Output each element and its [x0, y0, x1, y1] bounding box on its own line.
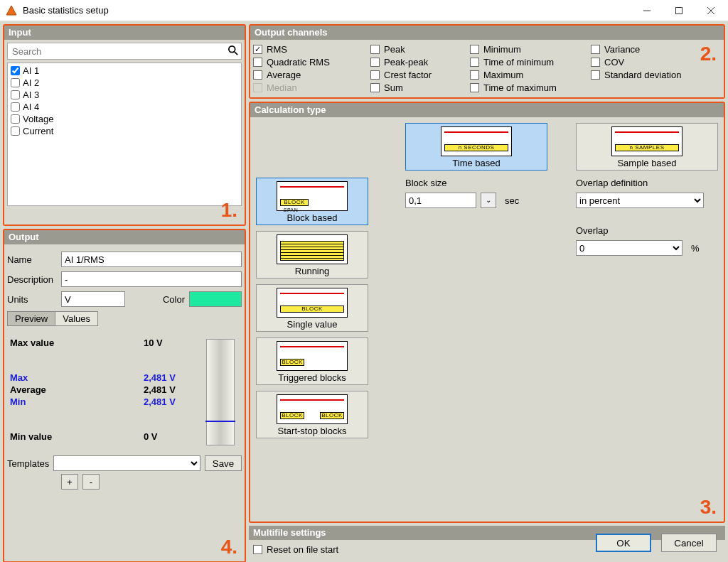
add-template-button[interactable]: + [61, 474, 78, 490]
tile-running[interactable]: Running [256, 231, 368, 279]
units-label: Units [7, 294, 57, 305]
input-item[interactable]: AI 4 [9, 101, 240, 113]
channel-checkbox[interactable]: Average [253, 70, 370, 80]
channel-checkbox[interactable]: Peak-peak [370, 57, 470, 67]
block-size-unit: sec [505, 195, 519, 206]
tile-block-based[interactable]: BLOCK SPAN Block based [256, 178, 368, 225]
channel-checkbox[interactable]: Time of minimum [470, 57, 591, 67]
channel-label: RMS [267, 44, 287, 55]
units-field[interactable] [61, 291, 125, 307]
templates-label: Templates [7, 458, 49, 469]
input-item-label: Voltage [23, 113, 53, 125]
overlap-def-select[interactable]: in percent [576, 193, 704, 208]
checkbox-icon [253, 83, 262, 92]
svg-marker-0 [6, 6, 16, 15]
callout-3: 3. [700, 496, 717, 519]
titlebar: Basic statistics setup [0, 0, 728, 21]
color-label: Color [163, 294, 185, 305]
channel-checkbox[interactable]: COV [591, 57, 724, 67]
channel-label: Variance [604, 44, 640, 55]
input-panel: Input AI 1AI 2AI 3AI 4VoltageCurrent 1. [3, 24, 246, 226]
input-item-label: AI 4 [23, 101, 39, 113]
svg-rect-2 [675, 7, 682, 13]
max-val: 2,481 V [144, 372, 198, 383]
input-item[interactable]: Current [9, 125, 240, 137]
input-item-checkbox[interactable] [11, 126, 20, 136]
input-item-label: AI 3 [23, 89, 39, 101]
calculation-type-header: Calculation type [250, 103, 724, 117]
checkbox-icon [370, 70, 380, 80]
output-header: Output [4, 230, 245, 244]
checkbox-icon: ✓ [253, 45, 262, 54]
name-field[interactable] [61, 252, 242, 267]
max-value-label: Max value [10, 337, 144, 348]
output-channels-header: Output channels [250, 26, 724, 40]
tile-single-value[interactable]: BLOCK Single value [256, 284, 368, 332]
channel-checkbox[interactable]: ✓RMS [253, 44, 370, 55]
channel-checkbox[interactable]: Standard deviation [591, 70, 724, 80]
channel-checkbox[interactable]: Minimum [470, 44, 591, 55]
checkbox-icon [253, 70, 262, 80]
input-item-checkbox[interactable] [11, 78, 20, 87]
checkbox-icon [470, 45, 479, 54]
min-val: 2,481 V [144, 396, 198, 407]
block-size-label: Block size [405, 178, 555, 188]
close-button[interactable] [695, 0, 727, 21]
maximize-button[interactable] [663, 0, 695, 21]
checkbox-icon [370, 45, 380, 54]
checkbox-icon [370, 58, 380, 67]
channel-checkbox[interactable]: Time of maximum [470, 82, 591, 93]
channel-checkbox[interactable]: Variance [591, 44, 724, 55]
tile-sample-based[interactable]: n SAMPLES Sample based [576, 123, 718, 171]
input-header: Input [4, 26, 245, 40]
checkbox-icon [470, 58, 479, 67]
remove-template-button[interactable]: - [82, 474, 100, 490]
channel-label: Sum [384, 82, 403, 93]
block-size-field[interactable] [405, 193, 476, 208]
channel-checkbox[interactable]: Quadratic RMS [253, 57, 370, 67]
tile-time-based[interactable]: n SECONDS Time based [405, 123, 547, 171]
minimize-button[interactable] [631, 0, 663, 21]
channel-checkbox[interactable]: Peak [370, 44, 470, 55]
tab-preview[interactable]: Preview [7, 311, 55, 326]
input-item[interactable]: AI 1 [9, 65, 240, 77]
input-item-checkbox[interactable] [11, 102, 20, 112]
channel-checkbox: Median [253, 82, 370, 93]
input-item[interactable]: AI 3 [9, 89, 240, 101]
avg-label: Average [10, 384, 144, 395]
channel-label: Crest factor [384, 70, 432, 80]
search-input-wrap[interactable] [7, 43, 242, 60]
input-item[interactable]: Voltage [9, 113, 240, 125]
search-input[interactable] [11, 45, 228, 58]
input-channel-list[interactable]: AI 1AI 2AI 3AI 4VoltageCurrent [7, 63, 242, 206]
save-template-button[interactable]: Save [205, 455, 242, 471]
max-value-val: 10 V [144, 337, 198, 348]
description-field[interactable] [61, 271, 242, 287]
checkbox-icon [253, 58, 262, 67]
channel-checkbox[interactable]: Sum [370, 82, 470, 93]
channel-checkbox[interactable]: Maximum [470, 70, 591, 80]
name-label: Name [7, 254, 57, 265]
checkbox-icon [370, 83, 380, 92]
tile-start-stop-blocks[interactable]: BLOCKBLOCK Start-stop blocks [256, 391, 368, 438]
ok-button[interactable]: OK [596, 534, 651, 552]
input-item-label: AI 2 [23, 77, 39, 89]
input-item-label: Current [23, 125, 53, 137]
tile-triggered-blocks[interactable]: BLOCK Triggered blocks [256, 337, 368, 385]
templates-select[interactable] [53, 455, 200, 471]
tab-values[interactable]: Values [55, 311, 98, 326]
svg-point-5 [229, 45, 235, 52]
window-title: Basic statistics setup [23, 5, 109, 16]
channel-checkbox[interactable]: Crest factor [370, 70, 470, 80]
overlap-select[interactable]: 0 [576, 240, 682, 256]
block-size-unit-dropdown[interactable]: ⌄ [481, 193, 496, 208]
color-swatch[interactable] [189, 291, 242, 307]
input-item-checkbox[interactable] [11, 114, 20, 124]
output-channels-panel: Output channels ✓RMSQuadratic RMSAverage… [249, 24, 725, 99]
app-icon [6, 5, 17, 16]
input-item[interactable]: AI 2 [9, 77, 240, 89]
input-item-checkbox[interactable] [11, 66, 20, 75]
svg-line-6 [235, 51, 237, 54]
cancel-button[interactable]: Cancel [661, 534, 717, 552]
input-item-checkbox[interactable] [11, 90, 20, 99]
